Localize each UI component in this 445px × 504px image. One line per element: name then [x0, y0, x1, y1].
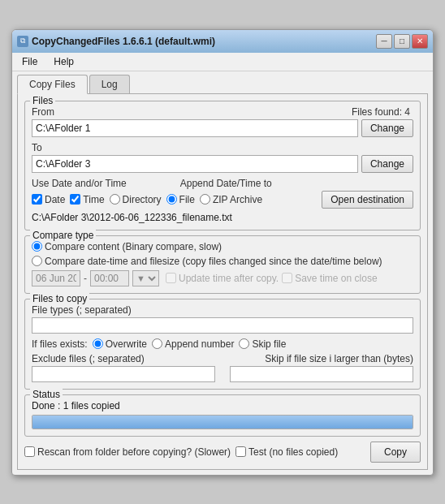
save-time-checkbox-label[interactable]: Save time on close [282, 273, 377, 284]
files-to-copy-group: Files to copy File types (; separated) I… [24, 299, 421, 390]
preview-path: C:\AFolder 3\2012-06-06_122336_filename.… [32, 212, 413, 223]
bottom-row: Rescan from folder before copying? (Slow… [24, 442, 421, 463]
zip-radio-label[interactable]: ZIP Archive [200, 194, 262, 205]
status-text: Done : 1 files copied [32, 400, 413, 411]
title-bar-left: ⧉ CopyChangedFiles 1.6.6.1 (default.wmi) [17, 36, 215, 47]
menu-help[interactable]: Help [47, 54, 80, 69]
status-group: Status Done : 1 files copied [24, 394, 421, 437]
to-path-input[interactable] [32, 155, 358, 173]
app-icon: ⧉ [17, 36, 28, 47]
directory-radio[interactable] [110, 194, 120, 205]
to-label: To [32, 142, 42, 153]
overwrite-radio[interactable] [93, 338, 103, 349]
exclude-label: Exclude files (; separated) [32, 353, 215, 364]
if-exists-label: If files exists: [32, 338, 88, 350]
close-button[interactable]: ✕ [412, 34, 428, 49]
to-change-button[interactable]: Change [361, 155, 413, 173]
file-radio-label[interactable]: File [166, 194, 195, 205]
status-group-label: Status [30, 389, 63, 400]
update-time-checkbox[interactable] [166, 273, 176, 283]
files-group-label: Files [30, 95, 55, 106]
open-destination-button[interactable]: Open destination [322, 191, 413, 209]
tab-log[interactable]: Log [89, 75, 130, 93]
date-checkbox[interactable] [32, 194, 42, 205]
skip-size-input[interactable] [230, 366, 413, 382]
dash: - [84, 273, 87, 284]
file-types-input[interactable] [32, 317, 413, 334]
progress-bar [32, 415, 413, 429]
tab-bar: Copy Files Log [12, 71, 433, 93]
timezone-dropdown[interactable]: ▼ [132, 270, 159, 286]
use-date-label: Use Date and/or Time [32, 178, 127, 189]
date-checkbox-label[interactable]: Date [32, 194, 65, 205]
tab-copy-files[interactable]: Copy Files [17, 75, 88, 94]
files-group: Files From Files found: 4 Change To Chan… [24, 101, 421, 230]
file-radio[interactable] [166, 194, 177, 205]
compare-content-radio-label[interactable]: Compare content (Binary compare, slow) [32, 241, 413, 252]
compare-type-group: Compare type Compare content (Binary com… [24, 235, 421, 294]
progress-fill [32, 416, 413, 429]
time-checkbox[interactable] [70, 194, 80, 205]
compare-datetime-radio-label[interactable]: Compare date-time and filesize (copy fil… [32, 256, 413, 267]
files-to-copy-label: Files to copy [30, 293, 89, 304]
test-checkbox-label[interactable]: Test (no files copied) [235, 446, 338, 458]
copy-button[interactable]: Copy [370, 442, 421, 463]
tab-content: Files From Files found: 4 Change To Chan… [17, 93, 428, 470]
append-num-radio-label[interactable]: Append number [152, 338, 234, 350]
minimize-button[interactable]: ─ [376, 34, 392, 49]
from-change-button[interactable]: Change [361, 119, 413, 137]
update-time-checkbox-label[interactable]: Update time after copy. [166, 273, 279, 284]
main-window: ⧉ CopyChangedFiles 1.6.6.1 (default.wmi)… [11, 29, 434, 476]
time-checkbox-label[interactable]: Time [70, 194, 104, 205]
test-checkbox[interactable] [235, 446, 246, 457]
zip-radio[interactable] [200, 194, 210, 205]
window-title: CopyChangedFiles 1.6.6.1 (default.wmi) [32, 36, 215, 47]
compare-datetime-radio[interactable] [32, 256, 42, 266]
skip-size-label: Skip if file size i larger than (bytes) [230, 353, 413, 364]
rescan-checkbox[interactable] [24, 446, 35, 457]
restore-button[interactable]: □ [394, 34, 410, 49]
exclude-input[interactable] [32, 366, 215, 382]
rescan-checkbox-label[interactable]: Rescan from folder before copying? (Slow… [24, 446, 231, 458]
files-found: Files found: 4 [352, 106, 410, 118]
skip-file-radio-label[interactable]: Skip file [239, 338, 286, 350]
time-field[interactable] [90, 270, 129, 286]
from-label: From [32, 106, 56, 118]
title-buttons: ─ □ ✕ [376, 34, 428, 49]
menubar: File Help [12, 53, 433, 71]
compare-type-label: Compare type [30, 230, 96, 241]
save-time-checkbox[interactable] [282, 273, 292, 283]
title-bar: ⧉ CopyChangedFiles 1.6.6.1 (default.wmi)… [12, 30, 433, 53]
skip-file-radio[interactable] [239, 338, 249, 349]
append-label: Append Date/Time to [180, 178, 272, 189]
file-types-label: File types (; separated) [32, 304, 132, 316]
compare-content-radio[interactable] [32, 241, 42, 252]
from-path-input[interactable] [32, 119, 358, 137]
overwrite-radio-label[interactable]: Overwrite [93, 338, 147, 350]
date-field[interactable] [32, 270, 80, 286]
directory-radio-label[interactable]: Directory [110, 194, 162, 205]
menu-file[interactable]: File [15, 54, 44, 69]
append-num-radio[interactable] [152, 338, 162, 349]
